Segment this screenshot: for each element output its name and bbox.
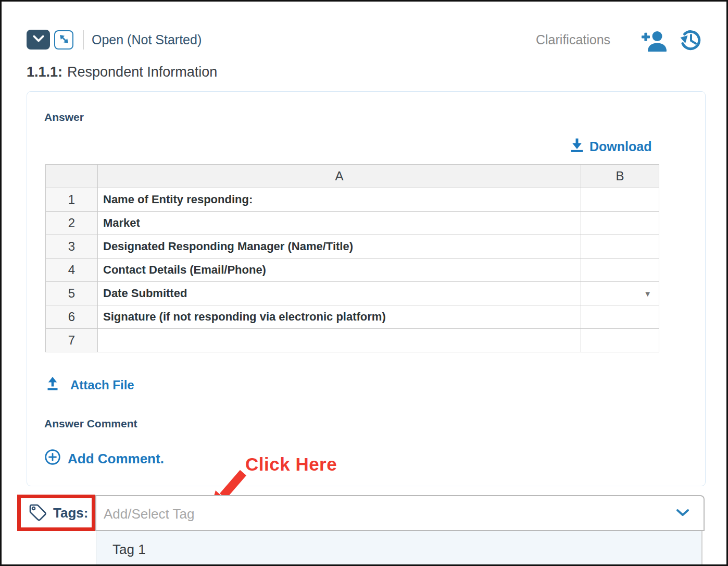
table-row: 7 bbox=[46, 329, 659, 352]
cell-b[interactable] bbox=[581, 235, 659, 259]
tag-icon bbox=[28, 502, 48, 523]
cell-b[interactable] bbox=[581, 329, 659, 352]
select-chevron-down-icon[interactable] bbox=[675, 508, 690, 520]
status-text: Open (Not Started) bbox=[92, 32, 202, 47]
row-number-cell: 1 bbox=[46, 188, 98, 212]
attach-file-label: Attach File bbox=[70, 378, 134, 392]
cell-b[interactable] bbox=[581, 305, 659, 329]
table-row: 4Contact Details (Email/Phone) bbox=[46, 259, 659, 282]
question-detail-page: Open (Not Started) Clarifications 1.1.1:… bbox=[0, 0, 728, 566]
column-header-b[interactable]: B bbox=[581, 165, 659, 188]
expand-button[interactable] bbox=[54, 30, 73, 50]
cell-b[interactable] bbox=[581, 188, 659, 212]
add-person-icon[interactable] bbox=[641, 30, 667, 54]
sheet-header-row: A B bbox=[46, 165, 659, 188]
row-number-cell: 2 bbox=[46, 212, 98, 235]
collapse-button[interactable] bbox=[27, 30, 50, 50]
tags-label: Tags: bbox=[53, 505, 88, 521]
cell-a[interactable]: Market bbox=[98, 212, 581, 235]
row-number-cell: 7 bbox=[46, 329, 98, 352]
chevron-down-icon bbox=[32, 33, 45, 46]
clarifications-label[interactable]: Clarifications bbox=[536, 32, 610, 47]
answer-spreadsheet: A B 1Name of Entity responding:2Market3D… bbox=[45, 164, 659, 352]
question-title-text: Respondent Information bbox=[67, 64, 217, 80]
upload-icon bbox=[45, 376, 60, 395]
table-row: 1Name of Entity responding: bbox=[46, 188, 659, 212]
add-comment-label: Add Comment. bbox=[68, 451, 164, 467]
cell-a[interactable]: Designated Responding Manager (Name/Titl… bbox=[98, 235, 581, 259]
table-row: 3Designated Responding Manager (Name/Tit… bbox=[46, 235, 659, 259]
column-header-a[interactable]: A bbox=[98, 165, 581, 188]
cell-b[interactable] bbox=[581, 259, 659, 282]
plus-circle-icon bbox=[44, 449, 61, 469]
question-number: 1.1.1: bbox=[27, 64, 62, 80]
row-number-cell: 5 bbox=[46, 282, 98, 305]
table-row: 2Market bbox=[46, 212, 659, 235]
row-number-cell: 4 bbox=[46, 259, 98, 282]
toolbar-divider bbox=[83, 30, 84, 50]
add-comment-link[interactable]: Add Comment. bbox=[44, 449, 164, 469]
cell-b[interactable]: ▼ bbox=[581, 282, 659, 305]
cell-a[interactable] bbox=[98, 329, 581, 352]
tags-label-highlight-box: Tags: bbox=[17, 495, 95, 531]
table-row: 5Date Submitted▼ bbox=[46, 282, 659, 305]
expand-diagonal-icon bbox=[58, 33, 70, 47]
cell-a[interactable]: Contact Details (Email/Phone) bbox=[98, 259, 581, 282]
cell-a[interactable]: Date Submitted bbox=[98, 282, 581, 305]
table-row: 6Signature (if not responding via electr… bbox=[46, 305, 659, 329]
click-here-annotation: Click Here bbox=[245, 454, 337, 475]
download-icon bbox=[569, 137, 585, 156]
download-label: Download bbox=[589, 139, 651, 154]
tag-option[interactable]: Tag 1 bbox=[96, 531, 701, 557]
row-number-cell: 3 bbox=[46, 235, 98, 259]
answer-label: Answer bbox=[44, 111, 84, 124]
cell-a[interactable]: Name of Entity responding: bbox=[98, 188, 581, 212]
cell-b[interactable] bbox=[581, 212, 659, 235]
question-title: 1.1.1:Respondent Information bbox=[27, 64, 217, 80]
cell-a[interactable]: Signature (if not responding via electro… bbox=[98, 305, 581, 329]
download-link[interactable]: Download bbox=[569, 137, 651, 156]
tag-input-placeholder: Add/Select Tag bbox=[104, 506, 194, 522]
answer-comment-label: Answer Comment bbox=[44, 417, 137, 430]
attach-file-link[interactable]: Attach File bbox=[45, 376, 134, 395]
history-icon[interactable] bbox=[679, 29, 702, 54]
tag-dropdown-panel: Tag 1 bbox=[96, 531, 702, 566]
row-number-cell: 6 bbox=[46, 305, 98, 329]
corner-cell bbox=[46, 165, 98, 188]
